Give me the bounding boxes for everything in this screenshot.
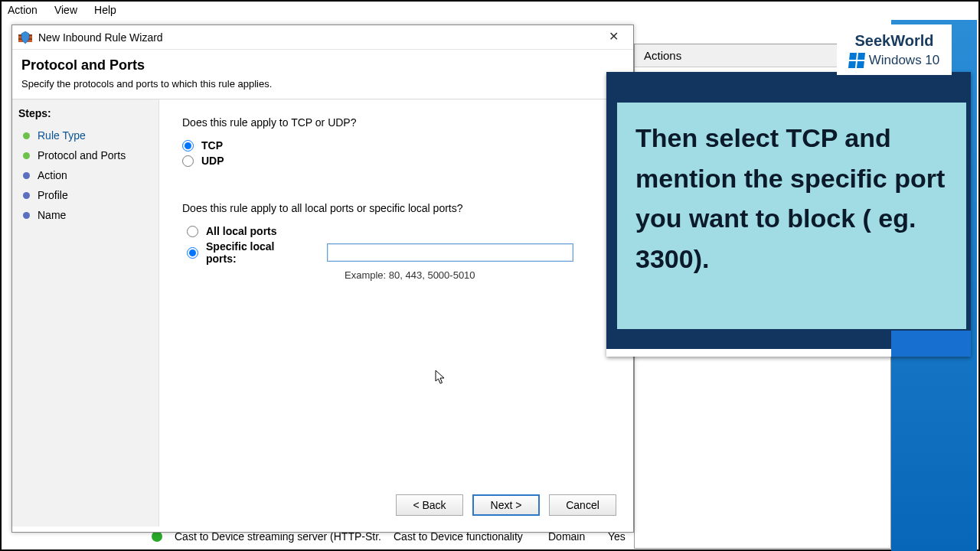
step-name[interactable]: Name [12, 205, 158, 225]
radio-udp-input[interactable] [182, 155, 194, 167]
step-dot-icon [23, 172, 30, 179]
radio-all-ports-input[interactable] [187, 226, 198, 237]
step-label: Protocol and Ports [38, 149, 126, 161]
radio-specific-ports-input[interactable] [187, 247, 198, 259]
step-label: Action [38, 169, 67, 181]
note-accent-bar [606, 349, 891, 357]
note-accent-corner [891, 331, 971, 357]
radio-tcp-input[interactable] [182, 140, 194, 152]
windows-logo-icon [848, 53, 865, 68]
question-protocol: Does this rule apply to TCP or UDP? [182, 116, 610, 129]
radio-all-ports[interactable]: All local ports [187, 225, 610, 237]
app-frame: Action View Help Actions New Rule... Cas… [0, 0, 980, 551]
wizard-header: Protocol and Ports Specify the protocols… [12, 50, 633, 99]
tutorial-note-body: Then select TCP and mention the specific… [617, 103, 966, 329]
wizard-content: Does this rule apply to TCP or UDP? TCP … [159, 99, 633, 527]
tutorial-note-text: Then select TCP and mention the specific… [635, 118, 948, 279]
step-dot-icon [23, 192, 30, 199]
brand-badge: SeekWorld Windows 10 [837, 24, 952, 75]
radio-tcp-label: TCP [201, 139, 223, 152]
check-icon [152, 531, 162, 542]
radio-udp[interactable]: UDP [182, 155, 610, 167]
wizard-titlebar: New Inbound Rule Wizard ✕ [12, 25, 633, 50]
step-dot-icon [23, 152, 30, 159]
menu-view[interactable]: View [54, 4, 77, 16]
step-action[interactable]: Action [12, 165, 158, 185]
wizard-subheading: Specify the protocols and ports to which… [21, 78, 624, 90]
cancel-button[interactable]: Cancel [549, 494, 616, 516]
firewall-icon [18, 31, 32, 44]
radio-specific-ports-label: Specific local ports: [206, 240, 296, 265]
step-label: Rule Type [38, 129, 86, 142]
step-label: Name [38, 209, 66, 221]
next-button[interactable]: Next > [472, 494, 540, 516]
step-dot-icon [23, 212, 30, 219]
radio-all-ports-label: All local ports [206, 225, 277, 237]
specific-ports-input[interactable] [327, 243, 573, 262]
brand-name: SeekWorld [855, 32, 934, 50]
menu-help[interactable]: Help [94, 4, 116, 16]
close-button[interactable]: ✕ [599, 28, 627, 47]
brand-os: Windows 10 [869, 53, 940, 68]
question-ports: Does this rule apply to all local ports … [182, 202, 610, 214]
step-profile[interactable]: Profile [12, 185, 158, 205]
menu-bar: Action View Help [8, 2, 116, 18]
radio-tcp[interactable]: TCP [182, 139, 610, 152]
step-label: Profile [38, 189, 68, 201]
radio-udp-label: UDP [201, 155, 224, 167]
ports-example: Example: 80, 443, 5000-5010 [345, 269, 610, 281]
steps-title: Steps: [12, 104, 158, 126]
radio-specific-ports[interactable]: Specific local ports: [187, 240, 610, 265]
tutorial-note: Then select TCP and mention the specific… [606, 72, 971, 357]
wizard-dialog: New Inbound Rule Wizard ✕ Protocol and P… [11, 24, 634, 533]
steps-pane: Steps: Rule Type Protocol and Ports Acti… [12, 99, 159, 527]
back-button[interactable]: < Back [396, 494, 463, 516]
step-dot-icon [23, 132, 30, 139]
step-rule-type[interactable]: Rule Type [12, 126, 158, 145]
menu-action[interactable]: Action [8, 4, 38, 16]
step-protocol-and-ports[interactable]: Protocol and Ports [12, 145, 158, 165]
wizard-heading: Protocol and Ports [21, 57, 624, 73]
mouse-cursor-icon [435, 370, 446, 385]
wizard-title-text: New Inbound Rule Wizard [38, 31, 163, 44]
